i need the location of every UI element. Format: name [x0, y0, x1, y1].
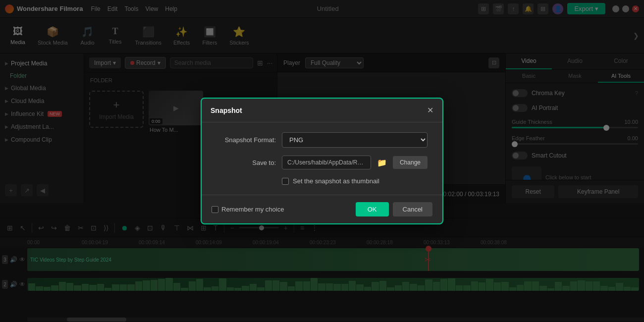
change-button[interactable]: Change: [393, 156, 428, 169]
cancel-button[interactable]: Cancel: [393, 202, 432, 216]
modal-title: Snapshot: [211, 107, 242, 114]
remember-label: Remember my choice: [221, 206, 284, 213]
format-label: Snapshot Format:: [216, 136, 276, 144]
modal-overlay: Snapshot ✕ Snapshot Format: PNGJPGBMP Sa…: [0, 0, 644, 322]
thumbnail-row: Set the snapshot as thumbnail: [216, 177, 428, 185]
modal-body: Snapshot Format: PNGJPGBMP Save to: C:/U…: [202, 122, 442, 195]
format-row: Snapshot Format: PNGJPGBMP: [216, 132, 428, 148]
modal-footer: Remember my choice OK Cancel: [202, 195, 442, 223]
remember-checkbox[interactable]: [212, 206, 218, 213]
snapshot-modal: Snapshot ✕ Snapshot Format: PNGJPGBMP Sa…: [201, 98, 443, 224]
saveto-path: C:/Users/habib/AppData/Roar: [282, 156, 371, 169]
browse-button[interactable]: 📁: [377, 158, 387, 167]
remember-row: Remember my choice: [212, 206, 284, 213]
modal-header: Snapshot ✕: [202, 99, 442, 122]
saveto-label: Save to:: [216, 159, 276, 166]
thumbnail-label: Set the snapshot as thumbnail: [293, 177, 379, 185]
thumbnail-checkbox[interactable]: [282, 178, 289, 185]
saveto-row: Save to: C:/Users/habib/AppData/Roar 📁 C…: [216, 156, 428, 169]
ok-button[interactable]: OK: [356, 202, 389, 216]
format-select[interactable]: PNGJPGBMP: [282, 132, 428, 148]
modal-close-button[interactable]: ✕: [427, 106, 433, 115]
